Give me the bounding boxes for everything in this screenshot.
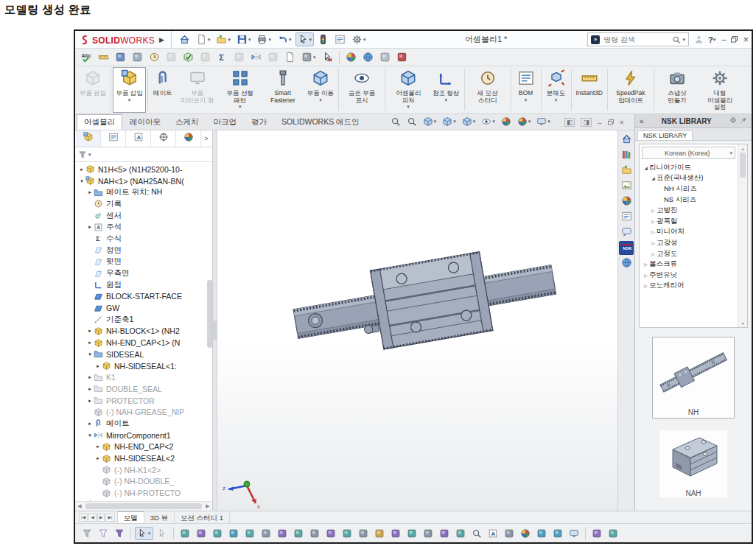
filter-sketch-segments-button[interactable] <box>307 527 322 540</box>
tree-item[interactable]: ▸A주석 <box>77 221 212 233</box>
expand-arrow[interactable]: ▸ <box>86 340 94 346</box>
tree-vertical-scrollbar[interactable] <box>207 280 212 348</box>
filter-blocks-button[interactable] <box>421 527 435 540</box>
panel-options-gear-icon[interactable] <box>728 116 738 125</box>
options-gear-button[interactable]: ▾ <box>349 32 368 46</box>
expand-arrow[interactable]: ◢ <box>643 165 649 170</box>
filter-caret[interactable]: ▾ <box>88 152 91 158</box>
tree-item[interactable]: Σ수식 <box>77 233 212 245</box>
thumbnail-nh[interactable]: NH <box>652 337 735 419</box>
delete-button[interactable] <box>320 50 335 64</box>
expand-arrow[interactable]: ▷ <box>650 251 657 256</box>
filter-connection-points-button[interactable] <box>606 527 620 540</box>
tree-item[interactable]: 기록 <box>77 198 212 210</box>
expand-arrow[interactable]: ▸ <box>86 328 94 334</box>
tree-item[interactable]: ▸N1H<5> (N1H25200-10- <box>77 164 212 175</box>
filter-datums-button[interactable] <box>437 527 452 540</box>
apply-scene-button[interactable] <box>360 50 376 64</box>
filter-connection1-button[interactable] <box>534 527 549 540</box>
magnetic-mate-button[interactable]: ▾ <box>299 50 318 64</box>
ribbon-button-분해도[interactable]: 분해도▾ <box>543 67 570 113</box>
expand-arrow[interactable]: ▸ <box>86 189 94 195</box>
graphics-viewport[interactable]: z x <box>217 130 617 511</box>
spellcheck-button[interactable]: Abc <box>79 50 94 64</box>
filter-connection2-button[interactable] <box>550 527 565 540</box>
nsk-tree-item[interactable]: ▷광폭릴 <box>641 216 738 227</box>
filter-pie-button[interactable] <box>518 527 533 540</box>
undo-button[interactable]: ▾ <box>275 32 294 46</box>
ribbon-button-bom[interactable]: BOM▾ <box>513 67 539 113</box>
geometry-analysis-button[interactable] <box>197 50 213 64</box>
flag-button[interactable] <box>394 50 410 64</box>
select-cursor-button[interactable]: ▾ <box>295 32 315 46</box>
nsk-tree-item[interactable]: ▷볼스크류 <box>641 259 738 270</box>
filter-planes-button[interactable] <box>275 527 290 540</box>
nsk-tree-item[interactable]: ▷고방진 <box>641 205 738 216</box>
doc-minimize-button[interactable]: – <box>598 119 602 127</box>
zoom-fit-button[interactable] <box>388 115 403 128</box>
viewport-canvas[interactable]: z x <box>217 130 622 517</box>
panel-collapse-button[interactable]: « <box>638 117 645 125</box>
login-user-icon[interactable] <box>694 35 704 44</box>
file-properties-button[interactable] <box>332 32 348 46</box>
filter-axes-button[interactable] <box>259 527 273 540</box>
featuremanager-tab[interactable] <box>76 130 101 147</box>
tree-item[interactable]: ▸메이트 위치: NH <box>77 186 212 198</box>
print-button[interactable]: ▾ <box>254 32 273 46</box>
zoom-area-button[interactable] <box>405 115 419 128</box>
tree-item[interactable]: ▸(-) NH-GREASE NIPPLE<1 <box>77 499 212 501</box>
dimxpertmanager-tab[interactable] <box>151 130 176 147</box>
rebuild-traffic-light-button[interactable] <box>315 32 331 46</box>
filter-vertices-button[interactable] <box>178 527 192 540</box>
tree-item[interactable]: ▸NH-END_CAP<2 <box>77 441 212 453</box>
close-button[interactable]: × <box>743 35 749 43</box>
filter-toggle-button[interactable] <box>112 527 127 540</box>
expand-arrow[interactable]: ▸ <box>94 363 102 369</box>
ribbon-button-스냅샷-만들기[interactable]: 스냅샷 만들기 <box>656 67 699 113</box>
nsk-scroll-up-arrow[interactable]: ▴ <box>741 144 743 153</box>
nsk-tree-item[interactable]: ◢리니어가이드 <box>641 162 738 173</box>
tab-nav-button-0[interactable]: |◀ <box>79 514 88 522</box>
expand-arrow[interactable]: ▸ <box>86 421 94 427</box>
tree-item[interactable]: ▸NH-END_CAP<1> (N <box>77 337 212 349</box>
tab-스케치[interactable]: 스케치 <box>168 114 206 130</box>
edit-appearance-button[interactable] <box>499 115 514 128</box>
expand-arrow[interactable]: ▷ <box>643 283 649 288</box>
tree-item[interactable]: ▸PROTECTOR <box>77 395 212 407</box>
tree-item[interactable]: ▸메이트 <box>77 418 212 430</box>
restore-button[interactable] <box>731 36 738 43</box>
filter-surface-bodies-button[interactable] <box>226 527 241 540</box>
save-button[interactable]: ▾ <box>234 32 253 46</box>
filter-dimensions-button[interactable] <box>372 527 387 540</box>
search-dropdown-caret[interactable]: ▾ <box>683 37 686 43</box>
filter-annotations-button[interactable] <box>388 527 403 540</box>
tree-item[interactable]: 기준축1 <box>77 314 212 326</box>
tree-item[interactable]: ▸NH-SIDESEAL<1: <box>77 360 212 372</box>
tree-item[interactable]: ▸NH-BLOCK<1> (NH2 <box>77 326 212 337</box>
expand-arrow[interactable]: ▸ <box>86 398 94 404</box>
tree-item[interactable]: ▸K1 <box>77 371 212 383</box>
select-tool-button[interactable]: ▾ <box>135 527 153 540</box>
tab-solidworks-애드인[interactable]: SOLIDWORKS 애드인 <box>274 114 367 130</box>
expand-arrow[interactable]: ▷ <box>650 240 657 245</box>
filter-hatch-button[interactable] <box>405 527 419 540</box>
language-select[interactable]: Korean (Korea) ▾ <box>642 147 735 159</box>
expand-arrow[interactable]: ▸ <box>86 386 94 392</box>
filter-magnify-button[interactable] <box>469 527 484 540</box>
tree-item[interactable]: ▸NH-SIDESEAL<2 <box>77 452 212 464</box>
tree-item[interactable]: ▾SIDESEAL <box>77 349 212 360</box>
open-button[interactable]: ▾ <box>214 32 233 46</box>
tab-평가[interactable]: 평가 <box>244 114 274 130</box>
tab-레이아웃[interactable]: 레이아웃 <box>122 114 168 130</box>
doc-tab-모델[interactable]: 모델 <box>118 511 144 523</box>
minimize-button[interactable]: – <box>721 35 726 43</box>
nsk-tree-item[interactable]: ▷미니어처 <box>641 227 738 238</box>
doc-tab-3d-뷰[interactable]: 3D 뷰 <box>144 511 175 523</box>
expand-arrow[interactable]: ▾ <box>86 433 94 438</box>
home-button[interactable] <box>177 32 192 46</box>
tree-item[interactable]: 원점 <box>77 279 212 291</box>
apply-scene-button[interactable]: ▾ <box>515 115 533 128</box>
copy-with-mates-button[interactable] <box>282 50 298 64</box>
filter-midpoints-button[interactable] <box>323 527 338 540</box>
ribbon-button-instant3d[interactable]: Instant3D <box>573 67 606 113</box>
